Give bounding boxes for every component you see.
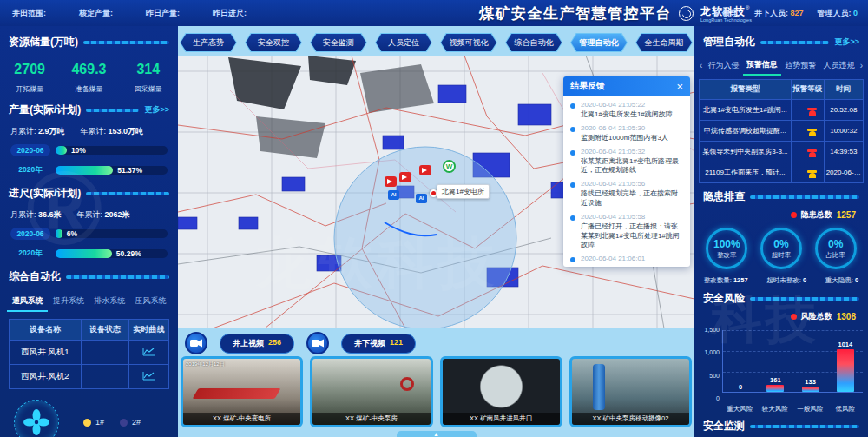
x-axis-labels: 重大风险 较大风险 一般风险 低风险: [722, 405, 863, 414]
reserves-stats: 2709 开拓煤量 469.3 准备煤量 314 回采煤量: [0, 62, 178, 94]
table-row[interactable]: 甲烷传感器调校超期提醒... 10:00:32: [700, 121, 864, 142]
header-line: [86, 192, 169, 195]
fan-icon[interactable]: [14, 400, 59, 437]
stat-prepared: 469.3 准备煤量: [59, 62, 118, 94]
header-line: [86, 109, 139, 112]
underground-count: 井下人员: 827: [754, 8, 804, 19]
tab-hoisting[interactable]: 提升系统: [48, 291, 89, 312]
tab-personnel-location[interactable]: 人员定位: [376, 34, 431, 51]
header-line: [760, 41, 829, 44]
tab-production-situation[interactable]: 生产态势: [181, 34, 236, 51]
video-feed-substation[interactable]: 2019年12月12日 XX 煤矿-中央变电所: [181, 356, 303, 427]
bar-major-risk: 0: [723, 330, 758, 392]
underground-camera-icon[interactable]: [306, 332, 329, 354]
hidden-danger-total: 隐患总数 1257: [694, 209, 868, 221]
surface-camera-icon[interactable]: [185, 332, 207, 354]
tab-trend-warning[interactable]: 趋势预警: [781, 56, 819, 75]
col-device-status: 设备状态: [81, 320, 128, 341]
video-strip: 2019年12月12日 XX 煤矿-中央变电所 XX 煤矿-中央泵房 XX 矿南…: [181, 356, 692, 427]
longruan-logo-icon: [679, 6, 694, 21]
production-more-link[interactable]: 更多>>: [144, 104, 169, 116]
automation-tabs: 通风系统 提升系统 排水系统 压风系统: [0, 291, 178, 312]
app-title: 煤矿安全生产智慧管控平台: [479, 3, 672, 23]
video-caption: XX 矿南风井进风井口: [443, 413, 560, 425]
device-name: 西风井.风机1: [10, 341, 82, 365]
video-feed-air-inlet[interactable]: XX 矿南风井进风井口: [440, 356, 562, 427]
table-row: 西风井.风机1: [10, 341, 169, 365]
video-caption: XX 煤矿-中央变电所: [183, 413, 300, 425]
video-scene-decoration: [400, 377, 414, 391]
tab-video-visualization[interactable]: 视频可视化: [441, 34, 496, 51]
broadcast-speaker-icon[interactable]: [419, 165, 431, 175]
tab-personnel-violation[interactable]: 人员违规: [819, 56, 858, 75]
mine-leader-label: 矿领导:: [714, 8, 740, 19]
broadcast-speaker-icon[interactable]: [385, 176, 397, 187]
legend-dot-2: [120, 419, 128, 427]
tab-integrated-automation[interactable]: 综合自动化: [506, 34, 562, 51]
broadcast-speaker-icon[interactable]: [399, 172, 411, 182]
production-year-bar: 2020年 51.37%: [0, 163, 178, 177]
tab-management-automation[interactable]: 管理自动化: [571, 34, 627, 51]
w-station-marker[interactable]: W: [443, 160, 456, 173]
tab-drainage[interactable]: 排水系统: [89, 291, 130, 312]
production-month-bar: 2020-06 10%: [0, 144, 178, 156]
close-icon[interactable]: ×: [676, 81, 683, 92]
table-row: 西风井.风机2: [10, 365, 169, 389]
alarm-table: 报警类型 报警等级 时间 北翼1#变电所发生1#跳闸... 20:52:08 甲…: [699, 79, 864, 183]
progress-fill: [56, 146, 67, 155]
progress-fill: [56, 166, 113, 175]
management-more-link[interactable]: 更多>>: [834, 36, 859, 48]
collapse-handle[interactable]: ▲: [397, 431, 477, 437]
progress-track: 6%: [56, 229, 168, 238]
header-line: [83, 41, 169, 44]
device-name: 西风井.风机2: [10, 365, 82, 389]
video-timestamp: 2019年12月12日: [186, 361, 225, 368]
bar-general-risk: 133: [793, 330, 828, 392]
tabs-next-icon[interactable]: ›: [858, 61, 865, 70]
progress-fill: [56, 229, 62, 238]
fan-legend: 1# 2#: [83, 418, 141, 427]
ai-camera-icon[interactable]: AI: [388, 190, 399, 200]
tab-warning-info[interactable]: 预警信息: [743, 55, 781, 76]
risk-total: 风险总数 1308: [694, 311, 868, 322]
tab-safety-dual-control[interactable]: 安全双控: [246, 34, 301, 51]
surface-video-button[interactable]: 井上视频256: [220, 334, 294, 354]
topbar-personnel: 矿领导: 井下人员: 827 管理人员: 0: [714, 0, 858, 26]
monitoring-title: 安全监测: [703, 419, 745, 434]
left-panel: 资源储量(万吨) 2709 开拓煤量 469.3 准备煤量 314 回采煤量 产…: [0, 26, 178, 437]
progress-fill: [56, 249, 112, 258]
production-title: 产量(实际/计划): [9, 103, 81, 117]
feedback-message: 2020-06-04 21:05:58 广播已经打开，正在播报：请张某某到北翼1…: [570, 213, 683, 250]
tab-safety-monitoring[interactable]: 安全监测: [311, 34, 366, 51]
table-row[interactable]: 北翼1#变电所发生1#跳闸... 20:52:08: [700, 100, 864, 121]
feedback-message: 2020-06-04 21:05:22 北翼1#变电所发生1#跳闸故障: [570, 101, 683, 120]
ai-camera-icon[interactable]: AI: [416, 194, 427, 203]
rectification-rate-gauge: 100% 整改率: [706, 228, 747, 269]
alert-tabs: ‹ 行为入侵 预警信息 趋势预警 人员违规 ›: [694, 55, 868, 76]
table-row[interactable]: 21109工作面来压，预计... 2020-06-06: [700, 162, 864, 183]
proportion-rate-gauge: 0% 占比率: [815, 228, 857, 269]
tab-full-lifecycle[interactable]: 全生命周期: [636, 34, 692, 51]
video-caption: XX 矿中央泵房移动摄像02: [572, 413, 689, 425]
video-feed-pump-room[interactable]: XX 煤矿-中央泵房: [310, 356, 432, 427]
tab-behavior-intrusion[interactable]: 行为入侵: [704, 56, 742, 75]
field-yesterday-footage: 昨日进尺:: [213, 8, 247, 19]
substation-map-label[interactable]: 北翼1#变电所: [437, 184, 490, 199]
production-accumulation: 月累计: 2.9万吨 年累计: 153.0万吨: [0, 126, 178, 137]
table-row[interactable]: 某领导未到中央副泵房3-3... 14:39:53: [700, 142, 864, 162]
header-line: [750, 297, 859, 301]
automation-title: 综合自动化: [9, 269, 61, 284]
stat-developed: 2709 开拓煤量: [0, 62, 59, 94]
col-device-name: 设备名称: [10, 320, 82, 341]
tab-compressed-air[interactable]: 压风系统: [130, 291, 171, 312]
video-feed-mobile-camera[interactable]: XX 矿中央泵房移动摄像02: [569, 356, 692, 427]
underground-video-button[interactable]: 井下视频121: [341, 334, 416, 354]
legend-dot-1: [83, 419, 91, 427]
risk-title: 安全风险: [703, 291, 745, 306]
header-line: [66, 275, 169, 279]
progress-track: 10%: [56, 146, 168, 155]
tabs-prev-icon[interactable]: ‹: [698, 61, 704, 70]
feedback-message: 2020-06-04 21:05:56 路线已经规划完毕，正在搜索附近设施: [570, 180, 683, 209]
stat-recoverable: 314 回采煤量: [119, 62, 178, 94]
tab-ventilation[interactable]: 通风系统: [7, 291, 48, 312]
